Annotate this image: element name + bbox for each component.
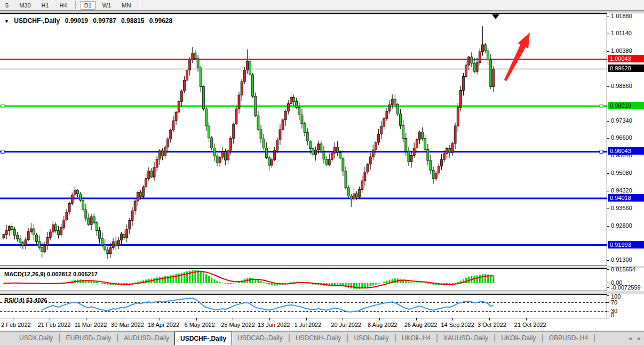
candle-body <box>451 143 454 153</box>
chart-tab-ukoil-h4[interactable]: UKOil-,H4 <box>396 332 436 345</box>
axis-tick-mark <box>607 17 609 17</box>
chart-tab-eurusd-daily[interactable]: EURUSD-,Daily <box>61 332 117 345</box>
candle-body <box>422 132 424 138</box>
candle-body <box>301 115 303 123</box>
timeframe-button-m30[interactable]: M30 <box>15 1 34 10</box>
trend-arrow[interactable] <box>504 33 530 81</box>
macd-histogram-bar <box>200 271 202 283</box>
candle-body <box>427 149 429 161</box>
candle-body <box>230 138 232 150</box>
hline-handle[interactable] <box>1 150 4 153</box>
date-label: 30 Mar 2022 <box>111 322 144 328</box>
macd-histogram-bar <box>380 283 382 283</box>
candle-body <box>268 158 270 165</box>
macd-histogram-bar <box>164 276 166 283</box>
candle-body <box>446 148 448 154</box>
chart-tab-xauusd-daily[interactable]: XAUUSD-,Daily <box>438 332 494 345</box>
candle-body <box>345 171 347 188</box>
timeframe-button-h4[interactable]: H4 <box>56 1 71 10</box>
macd-histogram-bar <box>482 274 483 283</box>
candle-body <box>219 157 221 163</box>
candle-body <box>454 126 456 143</box>
candle-body <box>126 229 128 238</box>
collapse-triangle-icon[interactable]: ▼ <box>4 19 9 24</box>
candle-body <box>27 231 29 240</box>
date-label: 13 Jun 2022 <box>258 322 290 328</box>
candle-body <box>82 200 84 210</box>
hline-handle[interactable] <box>600 105 603 108</box>
tab-separator: | <box>593 332 595 345</box>
rsi-plot-area[interactable]: RSI(14) 53.4026 <box>0 294 607 318</box>
candle-body <box>211 138 213 148</box>
macd-value-main: 0.002812 <box>47 271 71 277</box>
price-level-badge: 0.99628 <box>608 65 644 72</box>
macd-plot-area[interactable]: MACD(12,26,9) 0.002812 0.005217 <box>0 268 607 291</box>
macd-histogram-bar <box>162 277 163 283</box>
price-chart-plot-area[interactable]: ▼ USDCHF-,Daily 0.99019 0.99787 0.98815 … <box>0 13 607 267</box>
macd-histogram-bar <box>419 282 420 283</box>
macd-histogram-bar <box>383 282 385 283</box>
price-tick-label: 0.92800 <box>611 222 632 229</box>
timeframe-button-w1[interactable]: W1 <box>99 1 115 10</box>
candle-body <box>372 150 374 157</box>
candle-body <box>424 138 426 149</box>
chart-tab-usoil-daily[interactable]: USOil-,Daily <box>348 332 394 345</box>
price-level-badge: 0.94018 <box>608 194 644 202</box>
macd-histogram-bar <box>227 283 229 284</box>
timeframe-button-h1[interactable]: H1 <box>38 1 53 10</box>
candle-body <box>8 227 10 231</box>
candlestick-canvas[interactable] <box>0 14 607 266</box>
timeframe-button-d1[interactable]: D1 <box>81 1 96 10</box>
candle-body <box>416 139 418 148</box>
candle-body <box>14 230 16 235</box>
macd-histogram-bar <box>205 274 207 283</box>
macd-histogram-bar <box>457 282 459 283</box>
timeframe-button-5[interactable]: 5 <box>2 1 12 10</box>
candle-body <box>238 95 240 109</box>
hline-handle[interactable] <box>1 105 4 108</box>
candle-body <box>276 140 279 150</box>
candle-body <box>293 97 295 101</box>
candle-body <box>76 190 78 194</box>
chart-shift-marker-icon[interactable] <box>492 14 499 19</box>
candle-body <box>241 82 243 95</box>
candle-body <box>260 130 262 139</box>
chart-tab-ukoil-daily[interactable]: UKOil-,Daily <box>496 332 541 345</box>
candle-body <box>473 63 475 71</box>
macd-axis-label: -0.0072559 <box>611 284 641 291</box>
tab-scroll-left-icon[interactable]: ◂ <box>629 335 632 342</box>
macd-histogram-bar <box>156 277 158 283</box>
candle-body <box>158 151 161 159</box>
chart-tab-usdchf-daily[interactable]: USDCHF-,Daily <box>174 332 232 345</box>
macd-histogram-bar <box>351 283 352 288</box>
macd-histogram-bar <box>208 276 210 283</box>
date-label: 3 Oct 2022 <box>478 322 506 328</box>
candle-body <box>137 192 139 201</box>
chart-tab-gbpusd-h4[interactable]: GBPUSD-,H4 <box>544 332 593 345</box>
macd-histogram-bar <box>492 276 494 283</box>
macd-histogram-bar <box>378 283 379 284</box>
price-tick-label: 1.01140 <box>611 30 632 36</box>
price-chart-panel: ▼ USDCHF-,Daily 0.99019 0.99787 0.98815 … <box>0 13 644 266</box>
macd-histogram-bar <box>414 283 415 283</box>
chart-tab-usdx-daily[interactable]: USDX,Daily <box>14 332 58 345</box>
axis-tick-mark <box>607 138 609 139</box>
rsi-label: RSI(14) 53.4026 <box>4 297 47 303</box>
candle-body <box>413 148 415 156</box>
candle-body <box>378 134 380 142</box>
date-label: 21 Feb 2022 <box>38 322 71 328</box>
rsi-canvas[interactable] <box>0 295 607 319</box>
candle-body <box>180 91 182 101</box>
timeframe-button-mn[interactable]: MN <box>118 1 134 10</box>
chart-tab-audusd-daily[interactable]: AUDUSD-,Daily <box>118 332 174 345</box>
macd-histogram-bar <box>490 276 491 283</box>
chart-tab-usdcnh-daily[interactable]: USDCNH-,Daily <box>290 332 346 345</box>
chart-tab-usdcad-daily[interactable]: USDCAD-,Daily <box>232 332 288 345</box>
rsi-axis: 10070300 <box>607 294 644 318</box>
candle-body <box>459 91 462 108</box>
candle-body <box>394 99 396 105</box>
macd-histogram-bar <box>91 281 92 283</box>
candle-body <box>257 116 259 130</box>
hline-handle[interactable] <box>600 150 603 153</box>
tab-scroll-right-icon[interactable]: ▸ <box>638 335 641 342</box>
